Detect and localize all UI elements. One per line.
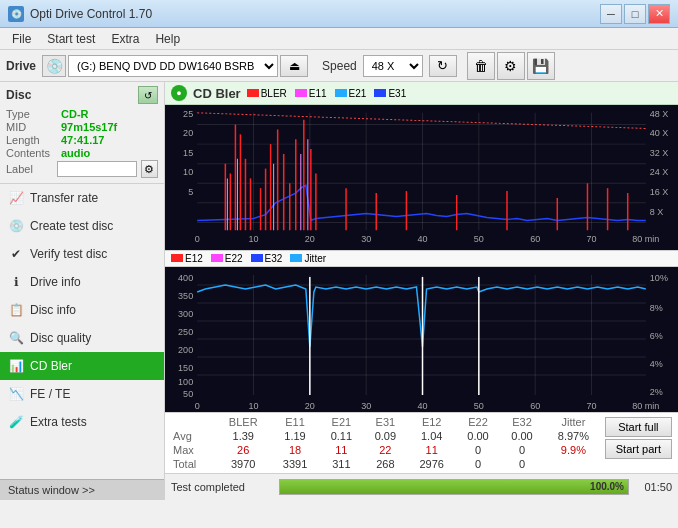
svg-text:200: 200 bbox=[178, 345, 193, 355]
title-bar: 💿 Opti Drive Control 1.70 ─ □ ✕ bbox=[0, 0, 678, 28]
fe-te-icon: 📉 bbox=[8, 386, 24, 402]
svg-text:250: 250 bbox=[178, 327, 193, 337]
sidebar: Disc ↺ Type CD-R MID 97m15s17f Length 47… bbox=[0, 82, 165, 500]
disc-quality-icon: 🔍 bbox=[8, 330, 24, 346]
svg-text:32 X: 32 X bbox=[650, 148, 669, 158]
start-part-button[interactable]: Start part bbox=[605, 439, 672, 459]
svg-text:60: 60 bbox=[530, 401, 540, 411]
col-header-jitter: Jitter bbox=[544, 415, 603, 429]
drive-selector-group: 💿 (G:) BENQ DVD DD DW1640 BSRB ⏏ bbox=[42, 55, 308, 77]
sidebar-item-label-fe-te: FE / TE bbox=[30, 387, 70, 401]
avg-bler: 1.39 bbox=[216, 429, 271, 443]
avg-e21: 0.11 bbox=[319, 429, 363, 443]
speed-select[interactable]: 48 X bbox=[363, 55, 423, 77]
minimize-button[interactable]: ─ bbox=[600, 4, 622, 24]
svg-text:150: 150 bbox=[178, 363, 193, 373]
label-settings-button[interactable]: ⚙ bbox=[141, 160, 158, 178]
sidebar-item-create-test-disc[interactable]: 💿 Create test disc bbox=[0, 212, 164, 240]
svg-text:50: 50 bbox=[183, 389, 193, 399]
disc-refresh-button[interactable]: ↺ bbox=[138, 86, 158, 104]
svg-text:70: 70 bbox=[586, 234, 596, 244]
sidebar-item-verify-test-disc[interactable]: ✔ Verify test disc bbox=[0, 240, 164, 268]
nav-list: 📈 Transfer rate 💿 Create test disc ✔ Ver… bbox=[0, 184, 164, 436]
drive-icon: 💿 bbox=[42, 55, 66, 77]
disc-contents-row: Contents audio bbox=[6, 147, 158, 159]
sidebar-item-label-drive-info: Drive info bbox=[30, 275, 81, 289]
create-test-disc-icon: 💿 bbox=[8, 218, 24, 234]
avg-e22: 0.00 bbox=[456, 429, 500, 443]
avg-e11: 1.19 bbox=[271, 429, 320, 443]
verify-test-disc-icon: ✔ bbox=[8, 246, 24, 262]
menu-file[interactable]: File bbox=[4, 30, 39, 48]
col-header-bler: BLER bbox=[216, 415, 271, 429]
svg-text:30: 30 bbox=[361, 234, 371, 244]
app-icon: 💿 bbox=[8, 6, 24, 22]
total-jitter bbox=[544, 457, 603, 471]
max-e12: 11 bbox=[407, 443, 456, 457]
col-header-empty bbox=[169, 415, 216, 429]
sidebar-item-label-verify-test-disc: Verify test disc bbox=[30, 247, 107, 261]
avg-e31: 0.09 bbox=[363, 429, 407, 443]
table-row-total: Total 3970 3391 311 268 2976 0 0 bbox=[169, 457, 603, 471]
svg-text:100: 100 bbox=[178, 377, 193, 387]
svg-text:50: 50 bbox=[474, 401, 484, 411]
chart1-legend: BLER E11 E21 E31 bbox=[247, 88, 407, 99]
clear-button[interactable]: 🗑 bbox=[467, 52, 495, 80]
save-button[interactable]: 💾 bbox=[527, 52, 555, 80]
disc-mid-label: MID bbox=[6, 121, 61, 133]
total-e11: 3391 bbox=[271, 457, 320, 471]
sidebar-item-cd-bler[interactable]: 📊 CD Bler bbox=[0, 352, 164, 380]
svg-text:10: 10 bbox=[248, 234, 258, 244]
data-row: BLER E11 E21 E31 E12 E22 E32 Jitter Avg … bbox=[165, 412, 678, 473]
status-window-button[interactable]: Status window >> bbox=[0, 479, 164, 500]
sidebar-item-fe-te[interactable]: 📉 FE / TE bbox=[0, 380, 164, 408]
close-button[interactable]: ✕ bbox=[648, 4, 670, 24]
max-e21: 11 bbox=[319, 443, 363, 457]
table-row-max: Max 26 18 11 22 11 0 0 9.9% bbox=[169, 443, 603, 457]
refresh-button[interactable]: ↻ bbox=[429, 55, 457, 77]
chart-main-title: CD Bler bbox=[193, 86, 241, 101]
max-label: Max bbox=[169, 443, 216, 457]
avg-e12: 1.04 bbox=[407, 429, 456, 443]
start-full-button[interactable]: Start full bbox=[605, 417, 672, 437]
col-header-e32: E32 bbox=[500, 415, 544, 429]
svg-text:60: 60 bbox=[530, 234, 540, 244]
svg-text:10%: 10% bbox=[650, 273, 668, 283]
options-button[interactable]: ⚙ bbox=[497, 52, 525, 80]
col-header-e11: E11 bbox=[271, 415, 320, 429]
max-e22: 0 bbox=[456, 443, 500, 457]
disc-type-row: Type CD-R bbox=[6, 108, 158, 120]
disc-type-label: Type bbox=[6, 108, 61, 120]
avg-label: Avg bbox=[169, 429, 216, 443]
progress-fill bbox=[280, 480, 628, 494]
disc-section-title: Disc bbox=[6, 88, 31, 102]
app-title: Opti Drive Control 1.70 bbox=[30, 7, 152, 21]
sidebar-item-disc-quality[interactable]: 🔍 Disc quality bbox=[0, 324, 164, 352]
avg-e32: 0.00 bbox=[500, 429, 544, 443]
sidebar-item-extra-tests[interactable]: 🧪 Extra tests bbox=[0, 408, 164, 436]
sidebar-item-disc-info[interactable]: 📋 Disc info bbox=[0, 296, 164, 324]
menu-help[interactable]: Help bbox=[147, 30, 188, 48]
drive-select[interactable]: (G:) BENQ DVD DD DW1640 BSRB bbox=[68, 55, 278, 77]
menu-extra[interactable]: Extra bbox=[103, 30, 147, 48]
svg-text:15: 15 bbox=[183, 148, 193, 158]
disc-type-value: CD-R bbox=[61, 108, 89, 120]
chart-icon: ● bbox=[171, 85, 187, 101]
sidebar-item-drive-info[interactable]: ℹ Drive info bbox=[0, 268, 164, 296]
svg-text:0: 0 bbox=[195, 401, 200, 411]
legend2: E12 E22 E32 Jitter bbox=[171, 253, 326, 264]
sidebar-item-label-extra-tests: Extra tests bbox=[30, 415, 87, 429]
disc-label-input[interactable] bbox=[57, 161, 137, 177]
sidebar-item-label-disc-info: Disc info bbox=[30, 303, 76, 317]
menu-start-test[interactable]: Start test bbox=[39, 30, 103, 48]
maximize-button[interactable]: □ bbox=[624, 4, 646, 24]
sidebar-item-transfer-rate[interactable]: 📈 Transfer rate bbox=[0, 184, 164, 212]
table-row-avg: Avg 1.39 1.19 0.11 0.09 1.04 0.00 0.00 8… bbox=[169, 429, 603, 443]
disc-contents-value: audio bbox=[61, 147, 90, 159]
progress-bar: 100.0% bbox=[279, 479, 629, 495]
svg-text:25: 25 bbox=[183, 109, 193, 119]
svg-text:20: 20 bbox=[305, 401, 315, 411]
sidebar-item-label-transfer-rate: Transfer rate bbox=[30, 191, 98, 205]
chart1-container: 25 20 15 10 5 48 X 40 X 32 X 24 X 16 X 8… bbox=[165, 105, 678, 250]
eject-button[interactable]: ⏏ bbox=[280, 55, 308, 77]
